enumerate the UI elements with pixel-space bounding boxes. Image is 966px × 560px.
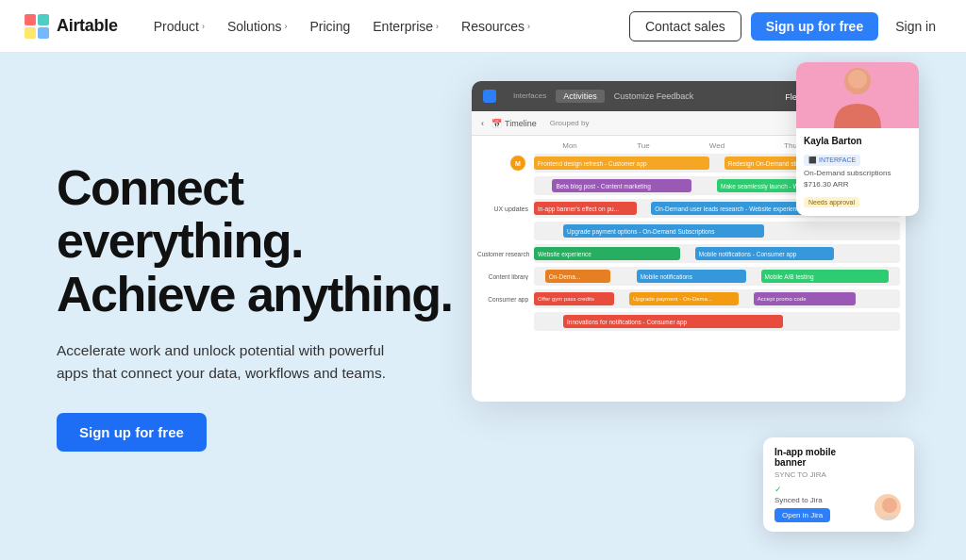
hero-section: Connect everything. Achieve anything. Ac… xyxy=(0,53,966,560)
bar-7: Upgrade payment options - On-Demand Subs… xyxy=(563,224,764,238)
bar-5: In-app banner's effect on pu... xyxy=(534,202,637,215)
svg-rect-2 xyxy=(25,27,36,39)
logo-text: Airtable xyxy=(57,16,118,36)
float-card-subtitle: SYNC TO JIRA xyxy=(774,470,863,479)
avatar-name: Kayla Barton xyxy=(804,136,911,146)
gantt-row-customer: Customer research Website experience Mob… xyxy=(477,244,900,263)
tc-arrow: ‹ xyxy=(481,119,484,128)
chevron-down-icon: › xyxy=(436,22,439,31)
nav-product[interactable]: Product › xyxy=(144,13,214,40)
hero-subtitle: Accelerate work and unlock potential wit… xyxy=(57,339,396,385)
chevron-down-icon: › xyxy=(284,22,287,31)
gantt-row-7: Consumer app Offer gym pass credits Upgr… xyxy=(477,289,900,308)
gantt-row-4: Upgrade payment options - On-Demand Subs… xyxy=(477,222,900,240)
gantt-row-8: Innovations for notifications - Consumer… xyxy=(477,312,900,331)
navbar-actions: Contact sales Sign up for free Sign in xyxy=(629,11,943,41)
signup-nav-button[interactable]: Sign up for free xyxy=(751,12,878,41)
float-card-text: In-app mobile banner SYNC TO JIRA ✓ Sync… xyxy=(774,447,863,522)
bar-14: Upgrade payment - On-Dema... xyxy=(629,292,739,305)
hero-title: Connect everything. Achieve anything. xyxy=(57,161,453,320)
svg-rect-0 xyxy=(25,14,36,25)
nav-links: Product › Solutions › Pricing Enterprise… xyxy=(144,13,629,40)
svg-rect-1 xyxy=(38,14,49,25)
tc-timeline-label: 📅 Timeline xyxy=(491,119,537,128)
float-card-title: In-app mobile banner xyxy=(774,447,863,468)
chevron-down-icon: › xyxy=(527,22,530,31)
logo[interactable]: Airtable xyxy=(23,12,118,41)
tc-tabs: Interfaces Activities Customize Feedback xyxy=(506,90,701,103)
float-card-jira: In-app mobile banner SYNC TO JIRA ✓ Sync… xyxy=(763,437,914,532)
bar-9: Mobile notifications - Consumer app xyxy=(695,247,834,260)
svg-rect-3 xyxy=(38,27,49,39)
bar-11: Mobile notifications xyxy=(637,270,746,283)
hero-visual: Interfaces Activities Customize Feedback… xyxy=(453,53,909,560)
float-card-status: Synced to Jira xyxy=(774,496,863,504)
bar-8: Website experience xyxy=(534,247,680,260)
tc-grouped-by: Grouped by xyxy=(550,119,590,127)
svg-point-6 xyxy=(882,498,897,513)
gantt-row-content: Content library On-Dema... Mobile notifi… xyxy=(477,267,900,286)
nav-enterprise[interactable]: Enterprise › xyxy=(363,13,448,40)
avatar-card-info: Kayla Barton ⬛ INTERFACE On-Demand subsc… xyxy=(796,128,919,216)
bar-1: Frontend design refresh - Customer app xyxy=(534,156,709,170)
bar-12: Mobile A/B testing xyxy=(761,270,890,283)
airtable-mini-icon xyxy=(483,90,496,103)
contact-sales-button[interactable]: Contact sales xyxy=(629,11,741,41)
avatar-amount: $716.30 ARR xyxy=(804,180,911,189)
hero-content: Connect everything. Achieve anything. Ac… xyxy=(57,161,453,452)
avatar-badge: ⬛ INTERFACE xyxy=(804,155,860,166)
avatar-bg xyxy=(796,62,919,128)
bar-13: Offer gym pass credits xyxy=(534,292,614,305)
float-avatar xyxy=(873,492,903,522)
open-in-jira-button[interactable]: Open in Jira xyxy=(774,508,830,522)
bar-3: Beta blog post - Content marketing xyxy=(552,179,691,192)
nav-pricing[interactable]: Pricing xyxy=(300,13,359,40)
bar-10: On-Dema... xyxy=(545,270,611,283)
chevron-down-icon: › xyxy=(202,22,205,31)
nav-solutions[interactable]: Solutions › xyxy=(218,13,297,40)
nav-resources[interactable]: Resources › xyxy=(452,13,540,40)
navbar: Airtable Product › Solutions › Pricing E… xyxy=(0,0,966,53)
avatar-card-kayla: Kayla Barton ⬛ INTERFACE On-Demand subsc… xyxy=(796,62,919,216)
tc-tab-interfaces: Interfaces xyxy=(506,90,554,103)
tc-tab-feedback[interactable]: Customize Feedback xyxy=(607,90,702,103)
avatar-subscription: On-Demand subscriptions xyxy=(804,169,911,177)
bar-16: Innovations for notifications - Consumer… xyxy=(563,315,783,328)
avatar-status: Needs approval xyxy=(804,197,859,207)
svg-point-5 xyxy=(848,70,867,89)
tc-tab-activities[interactable]: Activities xyxy=(556,90,605,103)
avatar-marketing: M xyxy=(509,155,526,172)
float-card-check-icon: ✓ xyxy=(774,485,863,494)
bar-15: Accept promo code xyxy=(754,292,857,305)
signin-link[interactable]: Sign in xyxy=(888,13,943,40)
signup-hero-button[interactable]: Sign up for free xyxy=(57,413,207,452)
